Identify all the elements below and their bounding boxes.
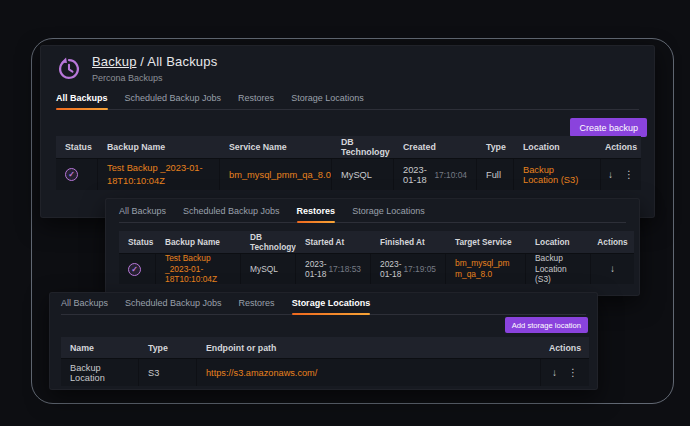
location-link[interactable]: Backup Location (S3) — [523, 165, 591, 185]
created-date: 2023-01-18 — [403, 165, 434, 185]
table-row: Backup Location S3 https://s3.amazonaws.… — [61, 358, 589, 386]
backup-name-link[interactable]: Test Backup _2023-01-18T10:10:04Z — [165, 254, 231, 284]
create-backup-button[interactable]: Create backup — [570, 118, 647, 137]
kebab-menu-icon[interactable]: ⋮ — [624, 170, 634, 180]
page-title: Backup / All Backups — [92, 54, 217, 69]
page-subtitle: Percona Backups — [92, 73, 217, 83]
location-name-value: Backup Location — [70, 363, 129, 383]
col-name: Name — [61, 337, 139, 358]
db-technology-value: MySQL — [250, 264, 278, 274]
breadcrumb-backup-link[interactable]: Backup — [92, 54, 137, 69]
col-db-technology: DB Technology — [332, 136, 394, 158]
col-location: Location — [526, 231, 591, 253]
table-row: ✓ Test Backup _2023-01-18T10:10:04Z bm_m… — [56, 158, 641, 190]
service-name-link[interactable]: bm_mysql_pmm_qa_8.0 — [229, 170, 331, 180]
tab-scheduled-backup-jobs[interactable]: Scheduled Backup Jobs — [125, 298, 222, 314]
success-status-icon: ✓ — [65, 168, 78, 181]
breadcrumb-current: / All Backups — [137, 54, 218, 69]
restores-table: Status Backup Name DB Technology Started… — [119, 231, 634, 284]
col-finished-at: Finished At — [371, 231, 446, 253]
col-created: Created — [394, 136, 477, 158]
download-icon[interactable]: ↓ — [610, 264, 615, 274]
db-technology-value: MySQL — [341, 170, 372, 180]
col-actions: Actions — [591, 231, 634, 253]
download-icon[interactable]: ↓ — [552, 368, 557, 378]
tab-storage-locations[interactable]: Storage Locations — [291, 93, 364, 109]
backups-table: Status Backup Name Service Name DB Techn… — [56, 136, 641, 190]
tab-restores[interactable]: Restores — [297, 206, 336, 222]
tab-storage-locations[interactable]: Storage Locations — [292, 298, 371, 314]
tab-bar: All Backups Scheduled Backup Jobs Restor… — [119, 206, 626, 223]
success-status-icon: ✓ — [128, 263, 141, 276]
col-location: Location — [514, 136, 601, 158]
col-service-name: Service Name — [220, 136, 332, 158]
location-value: Backup Location (S3) — [535, 254, 581, 284]
col-target-service: Target Service — [446, 231, 526, 253]
created-time: 17:10:04 — [434, 170, 467, 180]
panel-all-backups: Backup / All Backups Percona Backups All… — [40, 45, 655, 218]
col-started-at: Started At — [296, 231, 371, 253]
tab-all-backups[interactable]: All Backups — [61, 298, 108, 314]
tab-bar: All Backups Scheduled Backup Jobs Restor… — [61, 298, 586, 315]
storage-locations-table: Name Type Endpoint or path Actions Backu… — [61, 337, 589, 386]
finished-date: 2023-01-18 — [380, 259, 403, 279]
location-type-value: S3 — [148, 368, 159, 378]
backup-name-link[interactable]: Test Backup _2023-01-18T10:10:04Z — [107, 162, 210, 186]
kebab-menu-icon[interactable]: ⋮ — [568, 368, 578, 378]
table-row: ✓ Test Backup _2023-01-18T10:10:04Z MySQ… — [119, 253, 634, 284]
backup-history-icon — [56, 56, 82, 82]
backup-type-value: Full — [486, 170, 501, 180]
tab-scheduled-backup-jobs[interactable]: Scheduled Backup Jobs — [183, 206, 280, 222]
add-storage-location-button[interactable]: Add storage location — [505, 317, 588, 333]
col-db-technology: DB Technology — [241, 231, 296, 253]
finished-time: 17:19:05 — [403, 264, 436, 274]
tab-scheduled-backup-jobs[interactable]: Scheduled Backup Jobs — [125, 93, 222, 109]
col-type: Type — [477, 136, 514, 158]
col-backup-name: Backup Name — [156, 231, 241, 253]
tab-restores[interactable]: Restores — [238, 93, 274, 109]
tab-bar: All Backups Scheduled Backup Jobs Restor… — [56, 93, 639, 110]
started-date: 2023-01-18 — [305, 259, 328, 279]
page-header: Backup / All Backups Percona Backups — [56, 54, 217, 83]
table-header: Name Type Endpoint or path Actions — [61, 337, 589, 358]
tab-storage-locations[interactable]: Storage Locations — [352, 206, 425, 222]
tab-restores[interactable]: Restores — [239, 298, 275, 314]
target-service-link[interactable]: bm_mysql_pmm_qa_8.0 — [455, 258, 516, 280]
col-actions: Actions — [541, 337, 589, 358]
panel-storage-locations: All Backups Scheduled Backup Jobs Restor… — [49, 292, 598, 390]
col-status: Status — [119, 231, 156, 253]
table-header: Status Backup Name DB Technology Started… — [119, 231, 634, 253]
started-time: 17:18:53 — [328, 264, 361, 274]
col-actions: Actions — [601, 136, 641, 158]
download-icon[interactable]: ↓ — [608, 170, 613, 180]
col-type: Type — [139, 337, 197, 358]
col-backup-name: Backup Name — [98, 136, 220, 158]
col-endpoint: Endpoint or path — [197, 337, 541, 358]
table-header: Status Backup Name Service Name DB Techn… — [56, 136, 641, 158]
col-status: Status — [56, 136, 98, 158]
endpoint-link[interactable]: https://s3.amazonaws.com/ — [206, 368, 317, 378]
tab-all-backups[interactable]: All Backups — [56, 93, 108, 109]
panel-restores: All Backups Scheduled Backup Jobs Restor… — [105, 198, 640, 296]
tab-all-backups[interactable]: All Backups — [119, 206, 166, 222]
